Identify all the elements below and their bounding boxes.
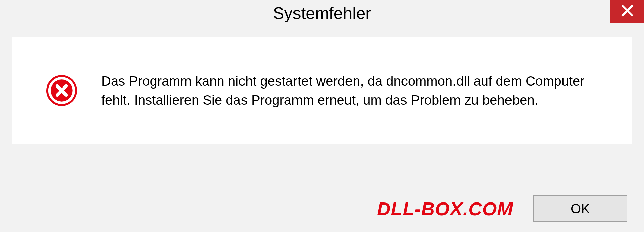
error-icon — [46, 74, 78, 107]
close-icon — [621, 4, 634, 19]
dialog-footer: DLL-BOX.COM OK — [0, 195, 644, 222]
ok-button[interactable]: OK — [533, 195, 627, 222]
dialog-title: Systemfehler — [273, 4, 371, 23]
dialog-message: Das Programm kann nicht gestartet werden… — [101, 72, 612, 109]
watermark-text: DLL-BOX.COM — [377, 198, 513, 220]
titlebar: Systemfehler — [0, 0, 644, 27]
dialog-content: Das Programm kann nicht gestartet werden… — [12, 37, 632, 144]
ok-button-label: OK — [571, 201, 590, 216]
close-button[interactable] — [610, 0, 644, 23]
